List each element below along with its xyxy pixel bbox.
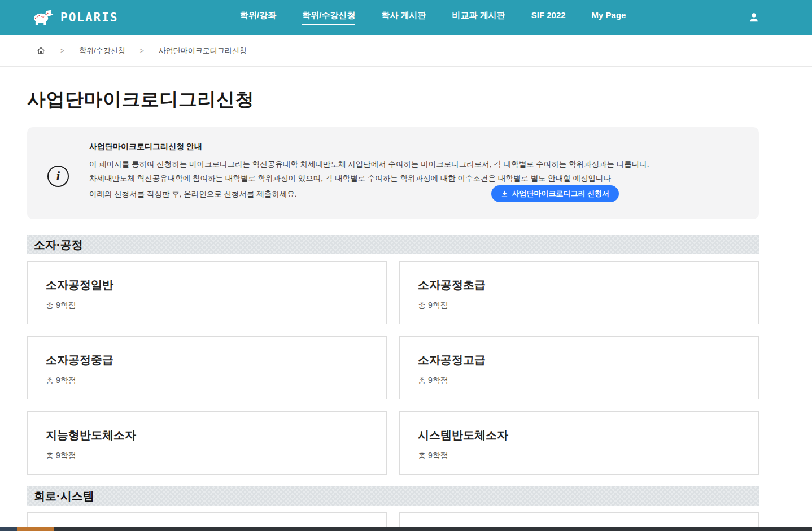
notice-heading: 사업단마이크로디그리신청 안내 (89, 142, 619, 152)
nav-item[interactable]: 학사 게시판 (381, 10, 426, 25)
taskbar-segment (0, 527, 17, 531)
course-card-credits: 총 9학점 (418, 376, 740, 386)
course-card-title: 지능형반도체소자 (46, 428, 368, 443)
breadcrumb-current: 사업단마이크로디그리신청 (159, 46, 247, 56)
course-card-credits: 총 9학점 (418, 451, 740, 461)
download-icon (501, 190, 508, 198)
notice-line: 아래의 신청서를 작성한 후, 온라인으로 신청서를 제출하세요. (89, 187, 297, 201)
breadcrumb-link[interactable]: 학위/수강신청 (79, 46, 125, 56)
course-card[interactable]: 시스템반도체소자총 9학점 (399, 411, 759, 475)
polar-bear-icon (31, 8, 55, 27)
breadcrumb-home-link[interactable] (36, 46, 46, 55)
course-card-title: 소자공정일반 (46, 277, 368, 293)
chevron-right-icon: > (60, 47, 64, 55)
course-section: 소자·공정소자공정일반총 9학점소자공정초급총 9학점소자공정중급총 9학점소자… (27, 235, 759, 475)
notice-line: 차세대반도체 혁신공유대학에 참여하는 대학별로 학위과정이 있으며, 각 대학… (89, 171, 619, 185)
main-nav: 학위/강좌학위/수강신청학사 게시판비교과 게시판SIF 2022My Page (119, 10, 748, 25)
brand-logo[interactable]: POLARIS (31, 8, 119, 27)
nav-item[interactable]: 학위/수강신청 (302, 10, 355, 25)
course-section: 회로·시스템회로시스템일반회로시스템초급 (27, 486, 759, 531)
info-icon: i (47, 166, 69, 187)
notice-box: i 사업단마이크로디그리신청 안내 이 페이지를 통하여 신청하는 마이크로디그… (27, 127, 759, 219)
section-header: 소자·공정 (27, 235, 759, 254)
notice-icon-column: i (27, 142, 89, 202)
breadcrumb: >학위/수강신청>사업단마이크로디그리신청 (0, 35, 812, 67)
application-form-download-button[interactable]: 사업단마이크로디그리 신청서 (491, 185, 619, 202)
nav-item[interactable]: SIF 2022 (531, 10, 566, 25)
main-content: 사업단마이크로디그리신청 i 사업단마이크로디그리신청 안내 이 페이지를 통하… (27, 87, 759, 531)
brand-name: POLARIS (60, 11, 119, 24)
course-card[interactable]: 지능형반도체소자총 9학점 (27, 411, 387, 475)
notice-line: 이 페이지를 통하여 신청하는 마이크로디그리는 혁신공유대학 차세대반도체 사… (89, 157, 619, 171)
course-card-title: 소자공정중급 (46, 352, 368, 368)
page-title: 사업단마이크로디그리신청 (27, 87, 759, 112)
course-card[interactable]: 소자공정일반총 9학점 (27, 261, 387, 324)
nav-item[interactable]: 비교과 게시판 (452, 10, 505, 25)
course-card-title: 시스템반도체소자 (418, 428, 740, 443)
card-grid: 소자공정일반총 9학점소자공정초급총 9학점소자공정중급총 9학점소자공정고급총… (27, 261, 759, 475)
course-card[interactable]: 소자공정중급총 9학점 (27, 336, 387, 399)
course-card-credits: 총 9학점 (418, 301, 740, 311)
home-icon (36, 46, 46, 55)
nav-item[interactable]: My Page (592, 10, 626, 25)
chevron-right-icon: > (140, 47, 144, 55)
course-card-title: 소자공정초급 (418, 277, 740, 293)
course-card-credits: 총 9학점 (46, 301, 368, 311)
course-card[interactable]: 소자공정초급총 9학점 (399, 261, 759, 324)
course-card-credits: 총 9학점 (46, 376, 368, 386)
taskbar-edge (0, 527, 812, 531)
app-header: POLARIS 학위/강좌학위/수강신청학사 게시판비교과 게시판SIF 202… (0, 0, 812, 35)
course-card[interactable]: 소자공정고급총 9학점 (399, 336, 759, 399)
download-button-label: 사업단마이크로디그리 신청서 (512, 189, 609, 199)
person-icon (748, 11, 760, 24)
course-card-title: 소자공정고급 (418, 352, 740, 368)
notice-content: 사업단마이크로디그리신청 안내 이 페이지를 통하여 신청하는 마이크로디그리는… (89, 142, 619, 202)
user-menu-button[interactable] (748, 11, 760, 24)
section-header: 회로·시스템 (27, 486, 759, 506)
taskbar-segment (17, 527, 54, 531)
course-sections: 소자·공정소자공정일반총 9학점소자공정초급총 9학점소자공정중급총 9학점소자… (27, 235, 759, 531)
course-card-credits: 총 9학점 (46, 451, 368, 461)
nav-item[interactable]: 학위/강좌 (240, 10, 276, 25)
taskbar-segment (54, 527, 812, 531)
